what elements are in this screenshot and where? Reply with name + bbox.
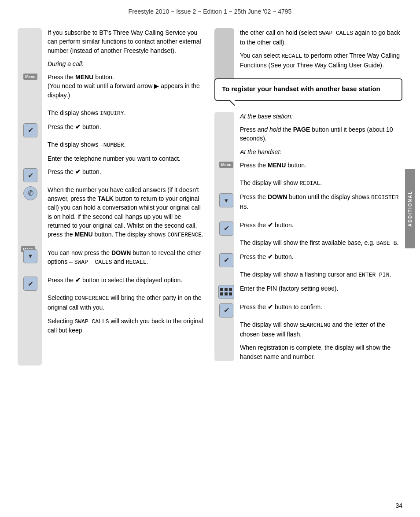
main-content: If you subscribe to BT's Three Way Calli… (0, 19, 420, 374)
rb-menu-icon: Menu (219, 162, 233, 168)
check2-text: Press the ✔ button. (48, 167, 206, 176)
rb-down-text: Press the DOWN button until the display … (240, 192, 402, 212)
display-inquiry: The display shows INQUIRY. (48, 108, 206, 118)
rb-complete-text: When registration is complete, the displ… (240, 343, 402, 361)
rb-menu-row: Menu Press the MENU button. (240, 161, 402, 174)
page-number: 34 (395, 502, 402, 509)
register-box: To register your handset with another ba… (214, 78, 402, 101)
down-icon: ▼ (23, 249, 37, 263)
menu-press-text: Press the MENU button.(You need to wait … (48, 73, 206, 104)
rb-check3-icon: ✔ (219, 303, 233, 318)
right-top-text: the other call on hold (select SWAP CALL… (240, 28, 402, 70)
rb-check2-text: Press the ✔ button. (240, 252, 402, 261)
talk-icon-col: ✆ (21, 186, 40, 200)
selecting-conference: Selecting CONFERENCE will bring the othe… (48, 293, 206, 312)
right-column: the other call on hold (select SWAP CALL… (214, 28, 402, 366)
down-text: You can now press the DOWN button to rev… (48, 248, 206, 267)
enter-number: Enter the telephone number you want to c… (48, 154, 206, 163)
page-header: Freestyle 2010 ~ Issue 2 ~ Edition 1 ~ 2… (0, 0, 420, 19)
down-icon-col: ▼ (21, 249, 40, 263)
page-button-text: Press and hold the PAGE button until it … (240, 125, 402, 143)
right-bottom-section: At the base station: Press and hold the … (214, 112, 402, 361)
rb-check1-text: Press the ✔ button. (240, 221, 402, 229)
check1-row: ✔ Press the ✔ button. (48, 122, 206, 136)
rb-display-base: The display will show the first availabl… (240, 238, 402, 248)
at-handset: At the handset: (240, 148, 402, 156)
left-text-area: If you subscribe to BT's Three Way Calli… (48, 28, 206, 335)
talk-text: When the number you have called answers … (48, 185, 206, 240)
rb-confirm-text: Press the ✔ button to confirm. (240, 303, 402, 311)
rb-check1-icon-col: ✔ (217, 222, 236, 236)
right-bottom-gray (214, 112, 234, 361)
right-bottom-text: At the base station: Press and hold the … (240, 112, 402, 361)
intro-text: If you subscribe to BT's Three Way Calli… (48, 28, 206, 55)
rb-display-cursor: The display will show a flashing cursor … (240, 270, 402, 280)
talk-row: ✆ When the number you have called answer… (48, 185, 206, 244)
at-base-station: At the base station: (240, 112, 402, 121)
rb-check2-row: ✔ Press the ✔ button. (240, 252, 402, 266)
check2-row: ✔ Press the ✔ button. (48, 167, 206, 181)
check2-icon-col: ✔ (21, 168, 40, 182)
menu-press-row: Menu Press the MENU button.(You need to … (48, 73, 206, 104)
rb-check2-icon: ✔ (219, 253, 233, 267)
rb-check1-icon: ✔ (219, 222, 233, 236)
check3-text: Press the ✔ button to select the display… (48, 276, 206, 284)
display-number: The display shows -NUMBER. (48, 140, 206, 150)
rb-pin-icon-col (217, 285, 236, 299)
during-call-heading: During a call: (48, 59, 206, 68)
down-row: ▼ You can now press the DOWN button to r… (48, 248, 206, 271)
rb-check2-icon-col: ✔ (217, 253, 236, 267)
talk-icon: ✆ (23, 186, 37, 200)
rb-check3-icon-col: ✔ (217, 303, 236, 318)
check1-text: Press the ✔ button. (48, 122, 206, 131)
selecting-swap: Selecting SWAP CALLS will switch you bac… (48, 317, 206, 335)
rb-pin-text: Enter the PIN (factory setting 0000). (240, 284, 402, 294)
check2-icon: ✔ (23, 168, 37, 182)
menu-button-icon: Menu (23, 74, 37, 80)
rb-check1-row: ✔ Press the ✔ button. (240, 221, 402, 234)
check1-icon-col: ✔ (21, 123, 40, 137)
rb-menu-text: Press the MENU button. (240, 161, 402, 170)
rb-display-redial: The display will show REDIAL. (240, 178, 402, 188)
menu-icon-col: Menu (21, 74, 40, 80)
rb-check3-row: ✔ Press the ✔ button to confirm. (240, 303, 402, 316)
register-box-title: To register your handset with another ba… (222, 85, 395, 93)
rb-pin-icon (218, 285, 234, 299)
rb-menu-icon-col: Menu (217, 162, 236, 168)
check3-icon-col: ✔ (21, 277, 40, 291)
right-top-text1: the other call on hold (select SWAP CALL… (240, 28, 402, 47)
rb-down-icon-col: ▼ (217, 193, 236, 207)
rb-display-searching: The display will show SEARCHING and the … (240, 320, 402, 339)
right-top-text2: You can select RECALL to perform other T… (240, 51, 402, 70)
check3-icon: ✔ (23, 277, 37, 291)
header-title: Freestyle 2010 ~ Issue 2 ~ Edition 1 ~ 2… (129, 8, 292, 15)
additional-label: ADDITIONAL (408, 191, 413, 227)
rb-pin-row: Enter the PIN (factory setting 0000). (240, 284, 402, 298)
right-top-section: the other call on hold (select SWAP CALL… (214, 28, 402, 70)
check1-icon: ✔ (23, 123, 37, 137)
left-column: If you subscribe to BT's Three Way Calli… (18, 28, 206, 366)
check3-row: ✔ Press the ✔ button to select the displ… (48, 276, 206, 289)
rb-down-row: ▼ Press the DOWN button until the displa… (240, 192, 402, 216)
additional-sidebar: ADDITIONAL (405, 169, 415, 248)
rb-down-icon: ▼ (219, 193, 233, 207)
